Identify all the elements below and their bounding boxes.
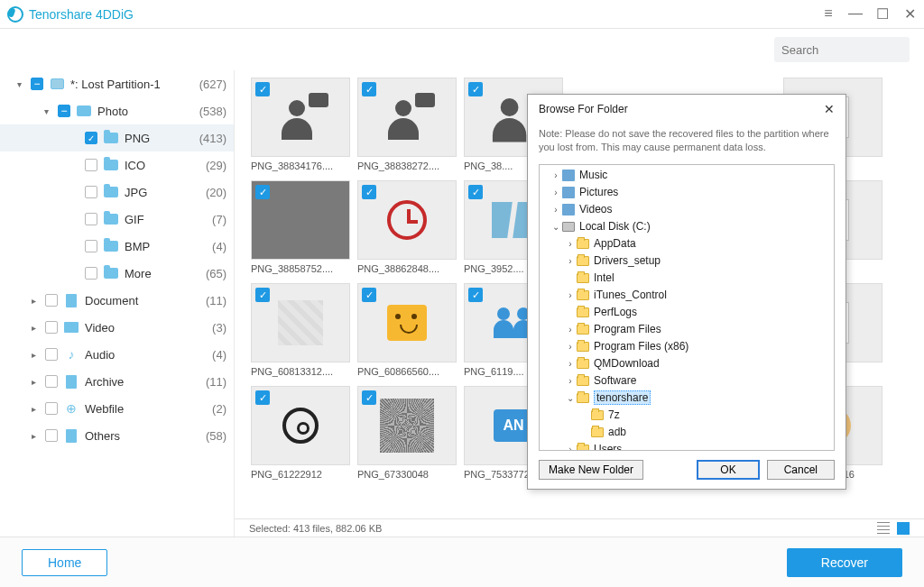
checkbox-icon[interactable] xyxy=(45,348,58,361)
expand-icon[interactable]: › xyxy=(565,342,576,352)
expand-icon[interactable]: ▸ xyxy=(27,323,40,333)
check-icon[interactable]: ✓ xyxy=(362,82,376,96)
tree-document[interactable]: ▸ Document (11) xyxy=(0,287,234,314)
folder-drivers[interactable]: ›Drivers_setup xyxy=(540,252,834,270)
collapse-icon[interactable]: ▾ xyxy=(40,106,52,116)
check-icon[interactable]: ✓ xyxy=(468,82,483,96)
expand-icon[interactable]: › xyxy=(565,256,576,266)
expand-icon[interactable]: ▸ xyxy=(27,296,40,306)
expand-icon[interactable]: › xyxy=(565,376,576,386)
folder-7z[interactable]: 7z xyxy=(540,407,834,424)
expand-icon[interactable]: › xyxy=(565,239,576,249)
tree-video[interactable]: ▸ Video (3) xyxy=(0,314,234,341)
tree-webfile[interactable]: ▸ ⊕ Webfile (2) xyxy=(0,395,234,422)
expand-icon[interactable]: ▸ xyxy=(27,431,40,441)
tree-more[interactable]: More (65) xyxy=(0,260,234,287)
tree-bmp[interactable]: BMP (4) xyxy=(0,233,234,260)
hamburger-icon[interactable]: ≡ xyxy=(821,5,836,23)
expand-icon[interactable]: ▸ xyxy=(27,350,40,360)
folder-users[interactable]: ›Users xyxy=(540,441,834,451)
checkbox-icon[interactable] xyxy=(45,402,58,415)
folder-appdata[interactable]: ›AppData xyxy=(540,235,834,252)
thumbnail-item[interactable]: ✓ PNG_67330048 xyxy=(357,386,457,480)
checkbox-partial-icon[interactable]: − xyxy=(58,105,70,117)
list-view-icon[interactable] xyxy=(877,522,890,535)
check-icon[interactable]: ✓ xyxy=(255,288,270,302)
check-icon[interactable]: ✓ xyxy=(362,390,376,405)
folder-adb[interactable]: adb xyxy=(540,424,834,441)
ok-button[interactable]: OK xyxy=(697,460,759,480)
check-icon[interactable]: ✓ xyxy=(255,82,270,96)
close-icon[interactable]: ✕ xyxy=(902,5,917,23)
folder-progfiles86[interactable]: ›Program Files (x86) xyxy=(540,338,834,355)
thumbnail-item[interactable]: ✓ PNG_38834176.... xyxy=(251,78,350,171)
tree-ico[interactable]: ICO (29) xyxy=(0,151,234,179)
minimize-icon[interactable]: — xyxy=(848,5,863,23)
thumbnail-item[interactable]: ✓ PNG_38862848.... xyxy=(357,180,457,274)
folder-software[interactable]: ›Software xyxy=(540,372,834,390)
cancel-button[interactable]: Cancel xyxy=(767,460,835,480)
expand-icon[interactable]: › xyxy=(565,445,576,451)
expand-icon[interactable]: ▸ xyxy=(27,404,40,414)
checkbox-icon[interactable] xyxy=(45,429,58,442)
checkbox-icon[interactable] xyxy=(85,213,97,225)
tree-jpg[interactable]: JPG (20) xyxy=(0,179,234,206)
dialog-folder-tree[interactable]: ›Music ›Pictures ›Videos ⌄Local Disk (C:… xyxy=(539,164,835,451)
checkbox-icon[interactable] xyxy=(85,267,97,280)
dialog-close-icon[interactable]: ✕ xyxy=(824,102,835,116)
folder-tenorshare[interactable]: ⌄tenorshare xyxy=(540,390,834,407)
checkbox-icon[interactable] xyxy=(45,375,58,388)
folder-perflogs[interactable]: PerfLogs xyxy=(540,304,834,321)
expand-icon[interactable]: › xyxy=(550,205,561,215)
checkbox-icon[interactable] xyxy=(85,159,97,171)
tree-photo[interactable]: ▾ − Photo (538) xyxy=(0,97,234,124)
check-icon[interactable]: ✓ xyxy=(362,288,376,302)
home-button[interactable]: Home xyxy=(22,549,107,576)
thumbnail-item[interactable]: ✓ PNG_61222912 xyxy=(251,386,350,480)
folder-intel[interactable]: Intel xyxy=(540,270,834,287)
checkbox-partial-icon[interactable]: − xyxy=(31,78,43,90)
sidebar-tree[interactable]: ▾ − *: Lost Partition-1 (627) ▾ − Photo … xyxy=(0,70,235,537)
search-box[interactable]: 🔍 xyxy=(774,37,910,62)
check-icon[interactable]: ✓ xyxy=(468,288,483,302)
maximize-icon[interactable]: ☐ xyxy=(875,5,890,23)
checkbox-icon[interactable] xyxy=(45,294,58,307)
checkbox-checked-icon[interactable]: ✓ xyxy=(85,132,97,144)
thumbnail-item[interactable]: ✓ PNG_38858752.... xyxy=(251,180,350,274)
folder-localdisk[interactable]: ⌄Local Disk (C:) xyxy=(540,218,834,235)
expand-icon[interactable]: › xyxy=(550,188,561,197)
expand-icon[interactable]: › xyxy=(550,170,561,180)
make-new-folder-button[interactable]: Make New Folder xyxy=(539,460,643,480)
folder-videos[interactable]: ›Videos xyxy=(540,201,834,218)
folder-qmdownload[interactable]: ›QMDownload xyxy=(540,355,834,372)
thumbnail-item[interactable]: ✓ PNG_38838272.... xyxy=(357,78,457,171)
tree-root[interactable]: ▾ − *: Lost Partition-1 (627) xyxy=(0,70,234,97)
thumbnail-item[interactable]: ✓ PNG_60866560.... xyxy=(357,283,457,377)
check-icon[interactable]: ✓ xyxy=(362,185,376,199)
tree-audio[interactable]: ▸ ♪ Audio (4) xyxy=(0,341,234,368)
search-input[interactable] xyxy=(781,43,924,57)
expand-icon[interactable]: › xyxy=(565,325,576,335)
check-icon[interactable]: ✓ xyxy=(255,185,270,199)
folder-music[interactable]: ›Music xyxy=(540,167,834,184)
checkbox-icon[interactable] xyxy=(85,240,97,252)
folder-itunes[interactable]: ›iTunes_Control xyxy=(540,287,834,304)
tree-others[interactable]: ▸ Others (58) xyxy=(0,422,234,449)
tree-gif[interactable]: GIF (7) xyxy=(0,206,234,233)
grid-view-icon[interactable] xyxy=(897,522,910,535)
checkbox-icon[interactable] xyxy=(85,186,97,198)
expand-icon[interactable]: › xyxy=(565,290,576,300)
tree-archive[interactable]: ▸ Archive (11) xyxy=(0,368,234,395)
collapse-icon[interactable]: ⌄ xyxy=(550,222,561,232)
check-icon[interactable]: ✓ xyxy=(468,185,483,199)
checkbox-icon[interactable] xyxy=(45,321,58,334)
folder-progfiles[interactable]: ›Program Files xyxy=(540,321,834,338)
expand-icon[interactable]: › xyxy=(565,359,576,369)
collapse-icon[interactable]: ⌄ xyxy=(565,393,576,403)
recover-button[interactable]: Recover xyxy=(787,548,902,577)
folder-pictures[interactable]: ›Pictures xyxy=(540,184,834,201)
tree-png[interactable]: ✓ PNG (413) xyxy=(0,124,234,151)
collapse-icon[interactable]: ▾ xyxy=(13,79,25,89)
thumbnail-item[interactable]: ✓ PNG_60813312.... xyxy=(251,283,350,377)
check-icon[interactable]: ✓ xyxy=(255,390,270,405)
